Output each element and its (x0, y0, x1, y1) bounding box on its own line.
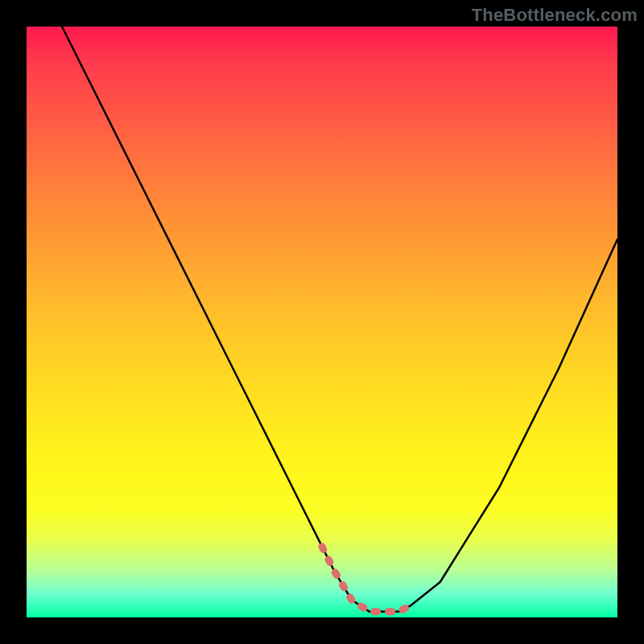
chart-frame: TheBottleneck.com (0, 0, 644, 644)
plot-area (27, 27, 617, 617)
curve-svg (27, 27, 617, 617)
bottleneck-curve (62, 27, 617, 612)
optimal-range-marker (322, 547, 411, 612)
watermark-text: TheBottleneck.com (472, 5, 638, 26)
